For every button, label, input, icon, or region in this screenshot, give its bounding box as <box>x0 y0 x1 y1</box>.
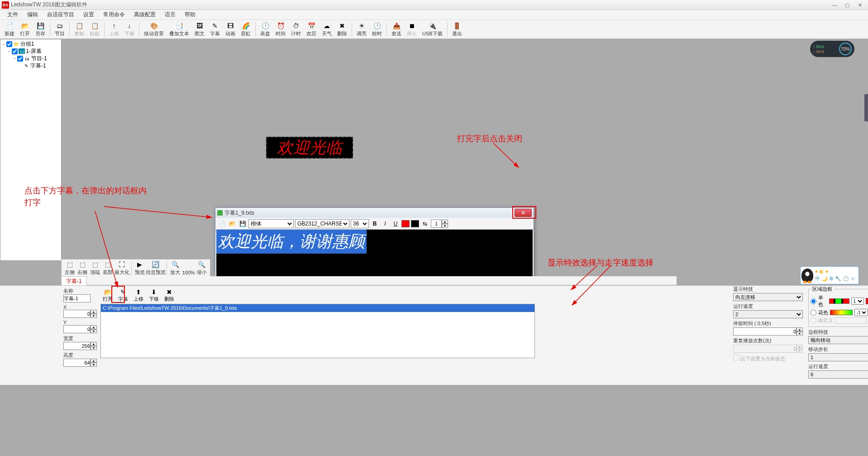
w-input[interactable] <box>63 342 91 350</box>
tree-program[interactable]: 节目-1 <box>31 55 47 62</box>
menu-item[interactable]: 帮助 <box>180 10 200 19</box>
toolbar-动画[interactable]: 🎞动画 <box>223 21 238 38</box>
stay-input[interactable] <box>733 327 796 336</box>
y-input[interactable] <box>63 325 91 333</box>
border-sel-2[interactable]: -1 <box>854 309 868 316</box>
toolbar-顶端[interactable]: ⬚顶端 <box>89 259 101 277</box>
project-tree[interactable]: −📁分组1 −▭1-屏幕 −🗂节目-1 ✎字幕-1 <box>0 39 62 261</box>
spacing-spinner[interactable]: ▲▼ <box>431 220 448 228</box>
toolbar-底部[interactable]: ⬚底部 <box>101 259 114 277</box>
underline-button[interactable]: U <box>391 219 400 228</box>
toolbar-叠加文本[interactable]: 📑叠加文本 <box>167 21 192 38</box>
tree-group[interactable]: 分组1 <box>20 40 34 48</box>
toolbar-时间[interactable]: ⏰时间 <box>273 21 288 38</box>
maximize-button[interactable]: ▢ <box>841 1 854 9</box>
border-sel-1[interactable]: 1 <box>851 298 864 305</box>
toolbar-退出[interactable]: 🚪退出 <box>449 21 465 38</box>
minimize-button[interactable]: — <box>828 1 841 9</box>
toolbar-最大化[interactable]: ⛶最大化 <box>114 259 129 277</box>
spin-down[interactable]: ▼ <box>91 329 97 333</box>
border-color-swatch[interactable] <box>866 298 868 304</box>
spin-up[interactable]: ▲ <box>91 310 97 314</box>
h-input[interactable] <box>63 359 91 367</box>
toolbar-图文[interactable]: 🖼图文 <box>192 21 207 38</box>
toolbar-另存[interactable]: 💾另存 <box>33 21 48 38</box>
tree-expander[interactable]: − <box>1 42 6 47</box>
action-下移[interactable]: ⬇下移 <box>147 288 161 303</box>
step-select[interactable]: 1 <box>808 353 868 361</box>
editor-open-icon[interactable]: 📂 <box>228 219 237 228</box>
spin-up[interactable]: ▲ <box>796 327 803 331</box>
menu-item[interactable]: 编辑 <box>23 10 43 19</box>
border-pattern-1[interactable] <box>829 298 849 304</box>
editor-new-icon[interactable]: 📄 <box>217 219 226 228</box>
toolbar-表盘[interactable]: 🕐表盘 <box>258 21 273 38</box>
speed-select[interactable]: 2 <box>733 310 803 318</box>
toolbar-左侧[interactable]: ⬚左侧 <box>63 259 76 277</box>
toolbar-新建[interactable]: 📄新建 <box>2 21 17 38</box>
action-打开[interactable]: 📂打开 <box>100 288 115 303</box>
spin-down[interactable]: ▼ <box>796 331 803 336</box>
spin-up[interactable]: ▲ <box>442 220 448 224</box>
right-edge-handle[interactable] <box>864 94 868 121</box>
file-list[interactable]: C:\Program Files\LedshowTW 2016\Document… <box>100 304 535 358</box>
toolbar-100%[interactable]: 100% <box>181 260 196 276</box>
qq-tools-row[interactable]: 中 🌙 ⚙ 🔧 🕐 ☺ <box>815 275 856 282</box>
toolbar-天气[interactable]: ☁天气 <box>319 21 334 38</box>
tree-subtitle[interactable]: 字幕-1 <box>30 62 46 70</box>
toolbar-打开[interactable]: 📂打开 <box>17 21 33 38</box>
bold-button[interactable]: B <box>370 219 379 228</box>
spin-down[interactable]: ▼ <box>442 224 448 228</box>
toolbar-信息预览[interactable]: 🔄信息预览 <box>146 259 165 277</box>
spin-up[interactable]: ▲ <box>91 325 97 329</box>
tree-check-program[interactable] <box>17 56 23 62</box>
close-button[interactable]: ✕ <box>854 1 866 9</box>
led-preview[interactable]: 欢迎光临 <box>266 137 353 158</box>
border-pattern-2[interactable] <box>830 310 853 315</box>
toolbar-字幕[interactable]: ✎字幕 <box>207 21 223 38</box>
toolbar-缩小[interactable]: 🔍缩小 <box>196 259 208 277</box>
name-input[interactable] <box>63 294 91 302</box>
spin-down[interactable]: ▼ <box>91 363 97 367</box>
qq-widget[interactable]: ● ◐ ● 中 🌙 ⚙ 🔧 🕐 ☺ <box>800 266 859 284</box>
spin-down[interactable]: ▼ <box>91 346 97 350</box>
menu-item[interactable]: 高级配置 <box>129 10 160 19</box>
border-speed-select[interactable]: 6 <box>808 370 868 379</box>
menu-item[interactable]: 设置 <box>79 10 99 19</box>
toolbar-计时[interactable]: ⏱计时 <box>288 21 304 38</box>
toolbar-炫动背景[interactable]: 🎨炫动背景 <box>141 21 167 38</box>
tree-expander[interactable]: − <box>12 56 17 61</box>
toolbar-右侧[interactable]: ⬚右侧 <box>76 259 89 277</box>
font-select[interactable]: 楷体 <box>248 219 294 228</box>
border-single-radio[interactable] <box>811 298 816 304</box>
border-effect-select[interactable]: 顺向转动 <box>808 336 868 344</box>
x-input[interactable] <box>63 310 91 318</box>
toolbar-USB下载[interactable]: 🔌USB下载 <box>420 21 445 38</box>
tree-check-screen[interactable] <box>12 48 18 54</box>
toolbar-发送[interactable]: 📤发送 <box>389 21 404 38</box>
menu-item[interactable]: 自适应节目 <box>43 10 79 19</box>
fontsize-select[interactable]: 36 <box>351 219 369 228</box>
editor-titlebar[interactable]: 字幕1_9.txts ✕ <box>215 208 534 218</box>
spacing-icon[interactable]: ⇆ <box>420 219 429 228</box>
bg-color[interactable] <box>411 220 419 227</box>
spin-up[interactable]: ▲ <box>91 359 97 363</box>
action-字幕[interactable]: ✎字幕 <box>116 288 130 303</box>
toolbar-农历[interactable]: 📅农历 <box>304 21 319 38</box>
editor-close-button[interactable]: ✕ <box>515 209 532 217</box>
spacing-value[interactable] <box>431 220 442 228</box>
toolbar-删除[interactable]: ✖删除 <box>334 21 350 38</box>
charset-select[interactable]: GB2312_CHARSET <box>295 219 349 228</box>
file-row-selected[interactable]: C:\Program Files\LedshowTW 2016\Document… <box>101 304 534 312</box>
toolbar-节目[interactable]: 🗂节目 <box>52 21 67 38</box>
action-上移[interactable]: ⬆上移 <box>131 288 146 303</box>
tree-expander[interactable]: − <box>7 49 12 54</box>
tree-screen[interactable]: 1-屏幕 <box>26 48 42 55</box>
text-color[interactable] <box>401 220 410 227</box>
spin-down[interactable]: ▼ <box>91 314 97 318</box>
menu-item[interactable]: 语言 <box>160 10 180 19</box>
action-删除[interactable]: ✖删除 <box>162 288 176 303</box>
menu-item[interactable]: 文件 <box>3 10 23 19</box>
editor-save-icon[interactable]: 💾 <box>238 219 247 228</box>
spin-up[interactable]: ▲ <box>91 342 97 346</box>
